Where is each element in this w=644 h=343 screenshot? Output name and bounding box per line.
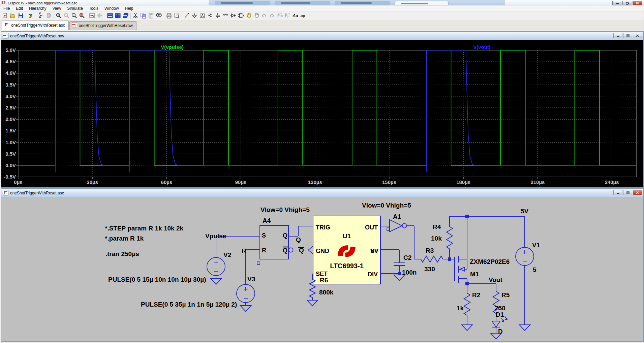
toolbar-find-button[interactable] [155, 12, 163, 20]
legend-V(vpulse)[interactable]: V(vpulse) [161, 44, 184, 50]
label-r2-ref[interactable]: R2 [472, 291, 480, 299]
label-r3-value[interactable]: 330 [424, 266, 435, 273]
label-r6-value[interactable]: 800k [319, 289, 334, 296]
label-d1-model[interactable]: D [498, 328, 503, 335]
toolbar-spice-directive-button[interactable]: .op [299, 12, 307, 20]
toolbar-redo-button[interactable] [268, 12, 276, 20]
toolbar-mirror-button[interactable]: Fm [276, 12, 284, 20]
label-v2-ref[interactable]: V2 [223, 251, 231, 258]
label-u1-model[interactable]: LTC6993-1 [330, 262, 364, 270]
toolbar-save-button[interactable] [17, 12, 25, 20]
label-net-5v[interactable]: 5V [521, 208, 529, 215]
resistor-symbol[interactable] [464, 284, 470, 325]
label-u1-pin-trig[interactable]: TRIG [316, 224, 330, 231]
label-v1-ref[interactable]: V1 [532, 242, 540, 249]
toolbar-autorange-waveform-button[interactable] [88, 12, 96, 20]
schematic-canvas[interactable]: *.STEP param R 1k 10k 2k*.param R 1k.tra… [1, 197, 643, 341]
toolbar-zoom-full-extents-button[interactable] [78, 12, 86, 20]
label-d1-ref[interactable]: D1 [496, 311, 504, 318]
toolbar-zoom-in-button[interactable] [55, 12, 63, 20]
ground-symbol[interactable] [307, 300, 318, 306]
toolbar-zoom-back-button[interactable] [63, 12, 70, 20]
toolbar-move-button[interactable] [245, 12, 253, 20]
waveform-restore-button[interactable] [623, 33, 632, 38]
toolbar-new-schematic-button[interactable] [1, 12, 9, 20]
label-v1-value[interactable]: 5 [533, 266, 536, 273]
schematic-minimize-button[interactable] [613, 190, 622, 195]
label-a1-params[interactable]: Vlow=0 Vhigh=5 [362, 202, 411, 209]
menu-hierarchy[interactable]: Hierarchy [26, 6, 49, 11]
label-net-vpulse[interactable]: Vpulse [205, 232, 226, 240]
tab-oneShotTriggerWithReset.raw[interactable]: oneShotTriggerWithReset.raw [69, 21, 136, 30]
label-net-q[interactable]: Q [296, 236, 301, 243]
label-tran-directive[interactable]: .tran 250µs [105, 250, 139, 257]
toolbar-control-panel-button[interactable] [27, 12, 35, 20]
toolbar-place-component-button[interactable] [237, 12, 245, 20]
label-v3-ref[interactable]: V3 [247, 276, 255, 283]
waveform-plot-area[interactable]: V(vpulse)V(vout)0µs30µs60µs90µs120µs150µ… [1, 40, 643, 187]
ground-symbol[interactable] [211, 279, 221, 284]
label-u1-ref[interactable]: U1 [343, 232, 351, 240]
label-a4-pin-r[interactable]: R [262, 247, 266, 254]
toolbar-drag-button[interactable] [253, 12, 260, 20]
label-r6-ref[interactable]: R6 [320, 277, 328, 284]
schematic-window-title-bar[interactable]: oneShotTriggerWithReset.asc [1, 189, 643, 197]
label-net-r[interactable]: R [242, 247, 246, 254]
toolbar-draw-wire-button[interactable] [183, 12, 191, 20]
label-a4-params[interactable]: Vlow=0 Vhigh=5 [260, 206, 310, 213]
schematic-restore-button[interactable] [623, 190, 632, 195]
label-a4-pin-q[interactable]: Q [283, 232, 287, 239]
label-r4-ref[interactable]: R4 [433, 223, 441, 230]
toolbar-place-inductor-button[interactable] [222, 12, 229, 20]
label-a4-pin-s[interactable]: S [262, 232, 266, 239]
label-v2-value[interactable]: PULSE(0 5 15µ 10n 10n 10µ 30µ) [108, 276, 206, 283]
toolbar-print-button[interactable] [165, 12, 173, 20]
label-a4-ref[interactable]: A4 [263, 217, 271, 224]
toolbar-cascade-button[interactable] [122, 12, 129, 20]
menu-help[interactable]: Help [122, 6, 136, 11]
toolbar-run-button[interactable] [37, 12, 45, 20]
resistor-symbol[interactable] [447, 216, 453, 259]
toolbar-open-file-button[interactable] [9, 12, 17, 20]
ground-symbol[interactable] [462, 325, 472, 331]
resistor-symbol[interactable] [309, 277, 315, 300]
toolbar-mark-datapoint-button[interactable] [96, 12, 104, 20]
close-button[interactable] [633, 1, 642, 5]
toolbar-paste-button[interactable] [147, 12, 155, 20]
menu-simulate[interactable]: Simulate [64, 6, 86, 11]
legend-V(vout)[interactable]: V(vout) [473, 44, 491, 50]
toolbar-place-text-button[interactable]: Aa [292, 12, 299, 20]
toolbar-copy-button[interactable] [140, 12, 147, 20]
restore-button[interactable] [622, 1, 632, 5]
sr-flipflop-a4[interactable] [260, 225, 288, 259]
toolbar-cut-button[interactable] [132, 12, 140, 20]
label-m1-model[interactable]: ZXM62P02E6 [470, 258, 510, 265]
toolbar-rotate-button[interactable]: Fɟ [284, 12, 292, 20]
label-v3-value[interactable]: PULSE(0 5 35µ 1n 1n 5µ 120µ 2) [141, 301, 237, 308]
menu-window[interactable]: Window [101, 6, 122, 11]
minimize-button[interactable] [612, 1, 622, 5]
schematic-close-button[interactable] [633, 190, 642, 195]
label-r2-value[interactable]: 1k [457, 305, 464, 312]
resistor-symbol[interactable] [414, 256, 450, 262]
label-u1-pin-set[interactable]: SET [316, 271, 328, 277]
ground-symbol[interactable] [240, 306, 251, 311]
label-net-vout[interactable]: Vout [489, 276, 502, 283]
toolbar-print-preview-button[interactable] [173, 12, 181, 20]
tab-oneShotTriggerWithReset.asc[interactable]: oneShotTriggerWithReset.asc [2, 21, 69, 30]
label-c2-ref[interactable]: C2 [403, 254, 411, 261]
toolbar-place-capacitor-button[interactable] [214, 12, 222, 20]
inverter-a1[interactable] [390, 220, 402, 232]
menu-file[interactable]: File [0, 6, 13, 11]
capacitor-symbol[interactable] [394, 263, 405, 266]
toolbar-place-resistor-button[interactable] [206, 12, 214, 20]
label-r5-value[interactable]: 250 [495, 305, 505, 312]
label-a1-ref[interactable]: A1 [393, 213, 401, 220]
label-r4-value[interactable]: 10k [431, 235, 442, 242]
label-u1-pin-div[interactable]: DIV [368, 271, 378, 278]
label-net-5v-at-u1[interactable]: 5V [371, 247, 379, 254]
ground-symbol[interactable] [519, 325, 530, 331]
menu-edit[interactable]: Edit [13, 6, 26, 11]
toolbar-zoom-out-button[interactable] [70, 12, 78, 20]
toolbar-halt-button[interactable] [45, 12, 53, 20]
